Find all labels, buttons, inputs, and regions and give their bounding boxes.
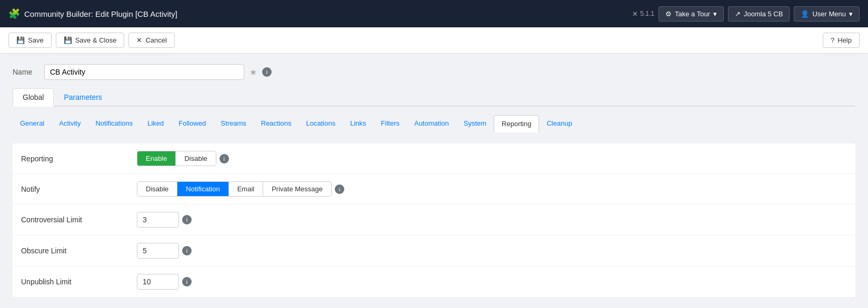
obscure-limit-label: Obscure Limit	[21, 247, 126, 255]
unpublish-limit-controls: i	[137, 274, 192, 290]
controversial-limit-row: Controversial Limit i	[13, 204, 855, 235]
unpublish-limit-info-icon[interactable]: i	[182, 277, 192, 286]
tab-activity[interactable]: Activity	[52, 115, 88, 132]
tour-icon: ⚙	[665, 10, 672, 18]
obscure-limit-controls: i	[137, 243, 192, 259]
secondary-tabs: General Activity Notifications Liked Fol…	[13, 115, 855, 133]
app-title-bar: 🧩 Community Builder: Edit Plugin [CB Act…	[8, 8, 626, 19]
controversial-limit-controls: i	[137, 212, 192, 228]
chevron-down-icon: ▾	[713, 10, 717, 18]
tab-reactions[interactable]: Reactions	[254, 115, 299, 132]
controversial-limit-input[interactable]	[137, 212, 179, 228]
tab-locations[interactable]: Locations	[299, 115, 343, 132]
save-close-button[interactable]: 💾 Save & Close	[56, 33, 125, 48]
form-section: Reporting Enable Disable i Notify Disabl…	[13, 143, 855, 297]
reporting-disable-button[interactable]: Disable	[175, 151, 215, 166]
tab-parameters[interactable]: Parameters	[54, 88, 112, 107]
nav-right: ✕ 5.1.1 ⚙ Take a Tour ▾ ↗ Joomla 5 CB 👤 …	[632, 6, 860, 22]
reporting-info-icon[interactable]: i	[220, 154, 229, 163]
cancel-button[interactable]: ✕ Cancel	[128, 33, 174, 48]
user-menu-label: User Menu	[812, 10, 846, 18]
notify-email-button[interactable]: Email	[228, 182, 263, 196]
toolbar-left: 💾 Save 💾 Save & Close ✕ Cancel	[8, 33, 175, 48]
notify-disable-button[interactable]: Disable	[137, 182, 177, 196]
help-icon: ?	[831, 36, 834, 44]
tab-system[interactable]: System	[456, 115, 494, 132]
help-label: Help	[837, 36, 852, 44]
star-icon[interactable]: ★	[250, 67, 257, 77]
notify-info-icon[interactable]: i	[335, 184, 344, 194]
cancel-icon: ✕	[136, 36, 142, 44]
save-button[interactable]: 💾 Save	[8, 33, 52, 48]
obscure-limit-info-icon[interactable]: i	[182, 246, 192, 255]
name-input[interactable]	[44, 64, 244, 80]
obscure-limit-input[interactable]	[137, 243, 179, 259]
external-link-icon: ↗	[735, 10, 741, 18]
reporting-label: Reporting	[21, 155, 126, 163]
cancel-label: Cancel	[145, 36, 166, 44]
app-title: Community Builder: Edit Plugin [CB Activ…	[24, 9, 177, 18]
tab-reporting[interactable]: Reporting	[494, 115, 539, 132]
obscure-limit-row: Obscure Limit i	[13, 235, 855, 266]
take-tour-button[interactable]: ⚙ Take a Tour ▾	[659, 6, 724, 22]
notify-toggle-group: Disable Notification Email Private Messa…	[137, 181, 332, 197]
unpublish-limit-row: Unpublish Limit i	[13, 266, 855, 297]
puzzle-icon: 🧩	[8, 8, 20, 19]
reporting-enable-button[interactable]: Enable	[137, 151, 175, 166]
user-icon: 👤	[801, 10, 809, 18]
save-close-icon: 💾	[64, 36, 72, 44]
name-row: Name ★ i	[13, 64, 855, 80]
chevron-down-icon-user: ▾	[849, 10, 853, 18]
tab-streams[interactable]: Streams	[213, 115, 253, 132]
tab-cleanup[interactable]: Cleanup	[539, 115, 579, 132]
toolbar-right: ? Help	[823, 33, 860, 48]
reporting-row: Reporting Enable Disable i	[13, 143, 855, 174]
notify-label: Notify	[21, 185, 126, 193]
notify-private-message-button[interactable]: Private Message	[263, 182, 331, 196]
save-close-label: Save & Close	[75, 36, 117, 44]
tab-filters[interactable]: Filters	[374, 115, 407, 132]
joomla-label: Joomla 5 CB	[744, 10, 783, 18]
tab-general[interactable]: General	[13, 115, 52, 132]
notify-row: Notify Disable Notification Email Privat…	[13, 174, 855, 204]
controversial-limit-info-icon[interactable]: i	[182, 215, 192, 224]
controversial-limit-label: Controversial Limit	[21, 215, 126, 224]
version-badge: ✕ 5.1.1	[632, 10, 654, 18]
take-tour-label: Take a Tour	[675, 10, 710, 18]
toolbar: 💾 Save 💾 Save & Close ✕ Cancel ? Help	[0, 27, 868, 54]
tab-liked[interactable]: Liked	[140, 115, 171, 132]
unpublish-limit-input[interactable]	[137, 274, 179, 290]
joomla-x-icon: ✕	[632, 10, 638, 18]
tab-global[interactable]: Global	[13, 88, 54, 107]
help-button[interactable]: ? Help	[823, 33, 860, 48]
top-navigation: 🧩 Community Builder: Edit Plugin [CB Act…	[0, 0, 868, 27]
notify-notification-button[interactable]: Notification	[177, 182, 228, 196]
name-info-icon[interactable]: i	[262, 67, 272, 77]
save-label: Save	[28, 36, 44, 44]
unpublish-limit-label: Unpublish Limit	[21, 278, 126, 286]
reporting-controls: Enable Disable i	[137, 151, 229, 166]
tab-followed[interactable]: Followed	[171, 115, 213, 132]
name-label: Name	[13, 68, 39, 76]
tab-notifications[interactable]: Notifications	[88, 115, 140, 132]
version-number: 5.1.1	[640, 10, 654, 17]
main-content: Name ★ i Global Parameters General Activ…	[0, 54, 868, 308]
primary-tabs: Global Parameters	[13, 88, 855, 107]
save-icon: 💾	[16, 36, 25, 44]
reporting-toggle-group: Enable Disable	[137, 151, 216, 166]
tab-automation[interactable]: Automation	[407, 115, 456, 132]
user-menu-button[interactable]: 👤 User Menu ▾	[794, 6, 860, 22]
joomla-button[interactable]: ↗ Joomla 5 CB	[728, 6, 790, 22]
tab-links[interactable]: Links	[343, 115, 373, 132]
notify-controls: Disable Notification Email Private Messa…	[137, 181, 344, 197]
